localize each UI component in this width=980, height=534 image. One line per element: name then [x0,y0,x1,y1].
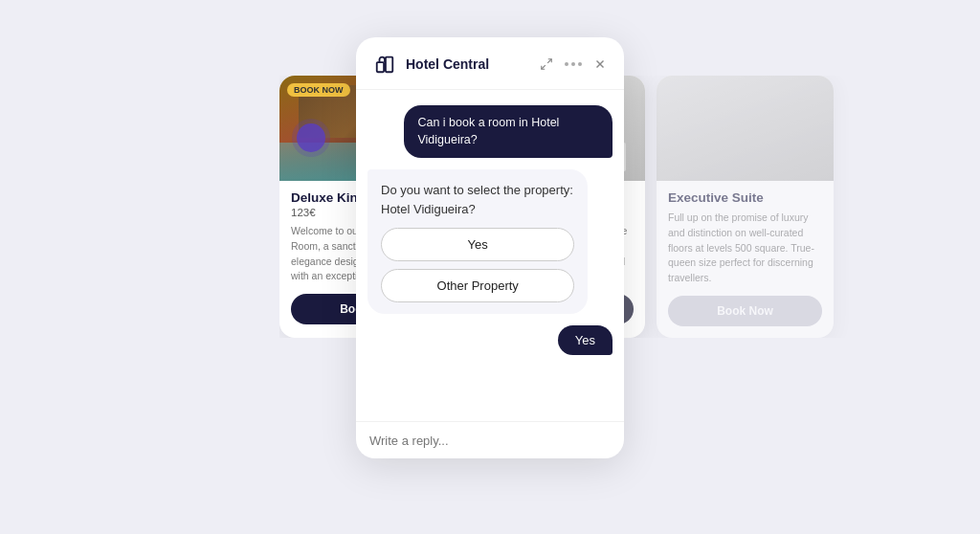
close-button[interactable] [591,56,609,73]
chat-window: Hotel Central [356,37,624,458]
chat-body: Can i book a room in Hotel Vidigueira? D… [356,90,624,421]
chat-header: Hotel Central [356,37,624,90]
room-name-executive: Executive Suite [668,190,822,205]
user-message: Can i book a room in Hotel Vidigueira? [404,105,612,158]
dots-icon [565,62,582,66]
svg-rect-0 [377,62,384,72]
expand-button[interactable] [538,56,555,73]
hotel-icon [371,51,398,78]
room-card-executive: Executive Suite Full up on the promise o… [657,76,834,338]
room-image-executive [657,76,834,181]
bot-question-text: Do you want to select the property: Hote… [381,181,574,218]
header-title: Hotel Central [406,56,489,72]
svg-line-3 [542,65,546,69]
chat-header-left: Hotel Central [371,51,489,78]
room-desc-executive: Full up on the promise of luxury and dis… [668,211,822,286]
room-pulse-icon [297,123,325,152]
room-card-body-executive: Executive Suite Full up on the promise o… [657,181,834,338]
room-tag-deluxe: Book Now [287,83,350,97]
reply-input[interactable] [369,434,611,448]
chat-footer [356,421,624,458]
yes-echo-bubble: Yes [558,325,612,355]
yes-choice-button[interactable]: Yes [381,228,574,261]
header-actions [538,56,609,73]
book-button-executive[interactable]: Book Now [668,296,822,326]
svg-line-2 [547,59,551,63]
room-image-wrap-executive [657,76,834,181]
svg-rect-1 [386,57,392,73]
bot-message: Do you want to select the property: Hote… [368,169,588,314]
more-button[interactable] [563,60,584,68]
other-property-button[interactable]: Other Property [381,269,574,302]
app-container: Hotel Central [59,28,921,506]
